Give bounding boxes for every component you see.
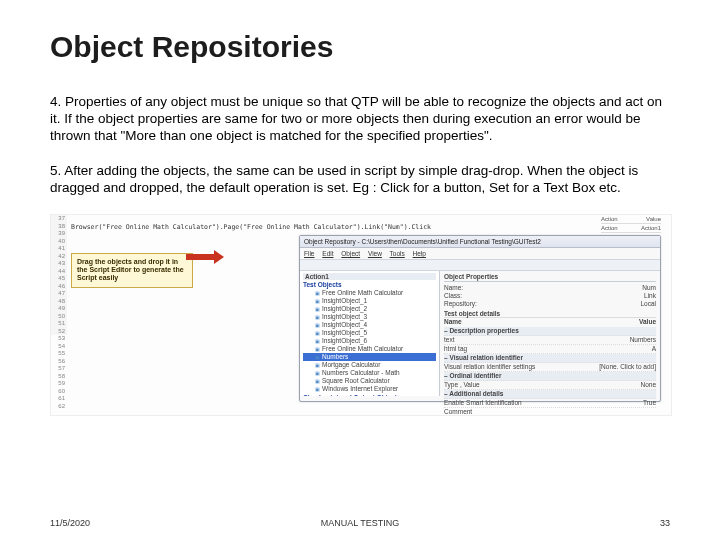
menu-view[interactable]: View bbox=[368, 250, 382, 257]
drag-drop-callout: Drag the objects and drop it in the Scri… bbox=[71, 253, 193, 287]
page-title: Object Repositories bbox=[50, 30, 670, 64]
menu-help[interactable]: Help bbox=[413, 250, 426, 257]
script-line: Browser("Free Online Math Calculator").P… bbox=[71, 223, 431, 231]
object-tree[interactable]: Action1 Test Objects Free Online Math Ca… bbox=[300, 271, 440, 396]
menu-bar: File Edit Object View Tools Help bbox=[300, 248, 660, 260]
footer-center: MANUAL TESTING bbox=[50, 518, 670, 528]
menu-file[interactable]: File bbox=[304, 250, 314, 257]
menu-edit[interactable]: Edit bbox=[322, 250, 333, 257]
screenshot-mock: 37 38 39 40 41 42 43 44 45 46 47 48 49 5… bbox=[50, 214, 672, 416]
paragraph-4: 4. Properties of any object must be uniq… bbox=[50, 94, 670, 145]
tree-item-numbers: Numbers bbox=[303, 353, 436, 361]
window-title: Object Repository - C:\Users\then\Docume… bbox=[300, 236, 660, 248]
callout-arrow-icon bbox=[186, 250, 226, 264]
paragraph-5: 5. After adding the objects, the same ca… bbox=[50, 163, 670, 197]
object-repository-window: Object Repository - C:\Users\then\Docume… bbox=[299, 235, 661, 402]
menu-tools[interactable]: Tools bbox=[390, 250, 405, 257]
toolbar bbox=[300, 260, 660, 271]
object-properties-panel: Object Properties Name:Num Class:Link Re… bbox=[440, 271, 660, 396]
menu-object[interactable]: Object bbox=[341, 250, 360, 257]
line-number-gutter: 37 38 39 40 41 42 43 44 45 46 47 48 49 5… bbox=[51, 215, 67, 335]
